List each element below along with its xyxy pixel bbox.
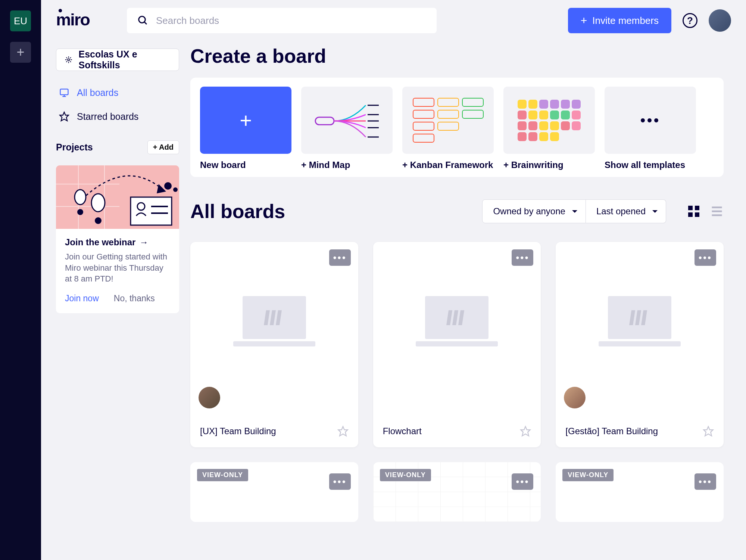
sidebar: Escolas UX e Softskills All boards Starr… bbox=[41, 41, 190, 560]
search-input[interactable] bbox=[156, 15, 426, 27]
star-button[interactable] bbox=[703, 426, 714, 437]
grid-view-button[interactable] bbox=[687, 205, 700, 218]
star-button[interactable] bbox=[337, 426, 349, 437]
template-label: New board bbox=[200, 160, 291, 170]
owner-avatar bbox=[564, 387, 586, 408]
gear-icon bbox=[65, 55, 73, 64]
nav-label: Starred boards bbox=[77, 111, 138, 122]
kanban-icon bbox=[413, 98, 484, 143]
board-card[interactable]: VIEW-ONLY ••• bbox=[190, 462, 358, 522]
star-icon bbox=[59, 111, 69, 122]
board-card[interactable]: ••• Flowchart bbox=[373, 242, 541, 447]
all-boards-title: All boards bbox=[190, 200, 285, 223]
webinar-card: Join the webinar → Join our Getting star… bbox=[56, 165, 179, 313]
view-only-badge: VIEW-ONLY bbox=[562, 469, 614, 481]
template-mind-map[interactable]: + Mind Map bbox=[301, 87, 393, 170]
plus-icon: + bbox=[581, 14, 587, 27]
nav-starred-boards[interactable]: Starred boards bbox=[56, 106, 179, 127]
svg-rect-5 bbox=[60, 89, 68, 95]
owner-avatar bbox=[199, 387, 220, 408]
board-preview bbox=[190, 242, 358, 402]
board-card[interactable]: ••• [Gestão] Team Building bbox=[556, 242, 724, 447]
board-card[interactable]: VIEW-ONLY ••• bbox=[556, 462, 724, 522]
team-label: Escolas UX e Softskills bbox=[79, 49, 171, 71]
sort-filter[interactable]: Last opened bbox=[586, 199, 666, 223]
view-only-badge: VIEW-ONLY bbox=[380, 469, 431, 481]
svg-line-3 bbox=[144, 22, 147, 24]
svg-rect-19 bbox=[131, 197, 172, 225]
template-label: + Brainwriting bbox=[503, 160, 595, 170]
boards-icon bbox=[59, 87, 69, 98]
invite-label: Invite members bbox=[592, 15, 659, 27]
svg-rect-31 bbox=[688, 212, 693, 217]
svg-point-2 bbox=[139, 16, 146, 23]
search-container bbox=[127, 8, 437, 33]
template-show-all[interactable]: ••• Show all templates bbox=[605, 87, 696, 170]
owner-filter[interactable]: Owned by anyone bbox=[482, 199, 586, 223]
svg-rect-29 bbox=[688, 206, 693, 210]
template-label: Show all templates bbox=[605, 160, 696, 170]
user-avatar[interactable] bbox=[709, 9, 731, 32]
svg-point-16 bbox=[173, 187, 178, 192]
board-preview bbox=[373, 242, 541, 402]
boards-header: All boards Owned by anyone Last opened bbox=[190, 199, 724, 223]
more-icon: ••• bbox=[640, 112, 660, 129]
nav-label: All boards bbox=[77, 87, 118, 98]
main-content: Create a board + New board bbox=[190, 41, 746, 560]
board-title: [Gestão] Team Building bbox=[565, 426, 658, 436]
webinar-description: Join our Getting started with Miro webin… bbox=[65, 251, 170, 284]
svg-marker-36 bbox=[338, 427, 347, 436]
team-selector[interactable]: Escolas UX e Softskills bbox=[56, 49, 179, 71]
invite-members-button[interactable]: + Invite members bbox=[568, 8, 671, 33]
webinar-title: Join the webinar → bbox=[65, 237, 170, 248]
card-more-button[interactable]: ••• bbox=[329, 473, 351, 490]
svg-rect-32 bbox=[695, 212, 699, 217]
card-more-button[interactable]: ••• bbox=[695, 473, 716, 490]
template-kanban[interactable]: + Kanban Framework bbox=[402, 87, 494, 170]
brainwriting-icon bbox=[518, 100, 581, 141]
card-more-button[interactable]: ••• bbox=[512, 473, 533, 490]
board-title: [UX] Team Building bbox=[200, 426, 276, 436]
template-new-board[interactable]: + New board bbox=[200, 87, 291, 170]
arrow-right-icon: → bbox=[139, 237, 148, 248]
workspace-badge[interactable]: EU bbox=[10, 10, 31, 31]
svg-point-18 bbox=[95, 217, 102, 224]
board-title: Flowchart bbox=[383, 426, 422, 436]
svg-marker-38 bbox=[703, 427, 713, 436]
projects-title: Projects bbox=[56, 142, 93, 153]
projects-header: Projects + Add bbox=[56, 140, 179, 154]
svg-text:miro: miro bbox=[56, 10, 90, 28]
webinar-illustration bbox=[56, 165, 179, 229]
svg-marker-37 bbox=[521, 427, 530, 436]
miro-logo[interactable]: miro bbox=[56, 8, 116, 34]
search-icon bbox=[137, 15, 149, 26]
webinar-join-link[interactable]: Join now bbox=[65, 293, 99, 304]
nav-all-boards[interactable]: All boards bbox=[56, 82, 179, 103]
board-card[interactable]: VIEW-ONLY ••• bbox=[373, 462, 541, 522]
header: miro + Invite members ? bbox=[41, 0, 746, 41]
help-button[interactable]: ? bbox=[683, 13, 697, 28]
plus-icon: + bbox=[240, 108, 252, 133]
svg-marker-8 bbox=[60, 112, 68, 121]
svg-point-4 bbox=[68, 59, 69, 60]
add-project-button[interactable]: + Add bbox=[147, 140, 179, 154]
svg-rect-23 bbox=[315, 117, 334, 125]
board-card[interactable]: ••• [UX] Team Building bbox=[190, 242, 358, 447]
template-brainwriting[interactable]: + Brainwriting bbox=[503, 87, 595, 170]
svg-point-17 bbox=[77, 209, 83, 215]
template-strip: + New board bbox=[190, 78, 724, 177]
mindmap-icon bbox=[310, 98, 384, 143]
list-view-button[interactable] bbox=[710, 205, 724, 218]
star-button[interactable] bbox=[520, 426, 531, 437]
template-label: + Kanban Framework bbox=[402, 160, 494, 170]
add-workspace-button[interactable]: + bbox=[10, 42, 31, 63]
svg-rect-30 bbox=[695, 206, 699, 210]
template-label: + Mind Map bbox=[301, 160, 393, 170]
webinar-dismiss-link[interactable]: No, thanks bbox=[114, 293, 155, 304]
create-board-title: Create a board bbox=[190, 45, 724, 67]
workspace-rail: EU + bbox=[0, 0, 41, 560]
view-only-badge: VIEW-ONLY bbox=[197, 469, 248, 481]
board-preview bbox=[556, 242, 724, 402]
svg-point-15 bbox=[164, 182, 172, 190]
